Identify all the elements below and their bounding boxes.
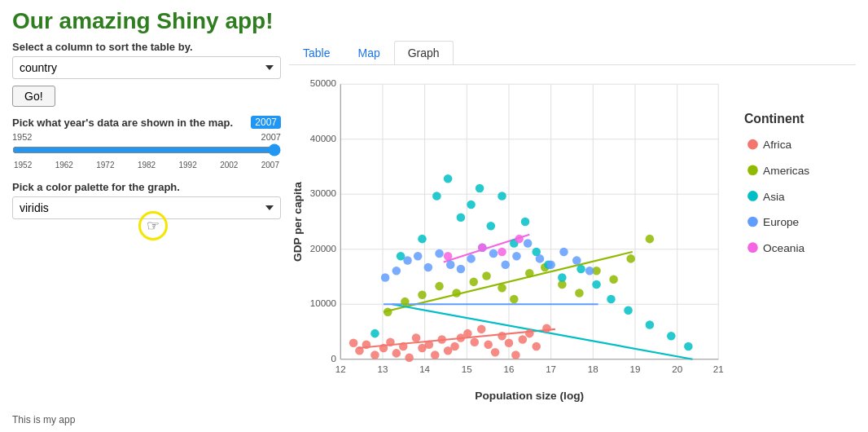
svg-point-111 xyxy=(424,263,433,272)
svg-point-83 xyxy=(626,254,635,263)
svg-point-103 xyxy=(624,306,633,315)
svg-point-108 xyxy=(392,267,401,276)
svg-point-46 xyxy=(399,342,408,351)
svg-point-64 xyxy=(519,335,528,344)
svg-point-72 xyxy=(452,289,461,298)
svg-point-44 xyxy=(386,337,395,346)
svg-point-80 xyxy=(575,289,584,298)
legend-oceania: Oceania xyxy=(763,242,804,254)
svg-point-125 xyxy=(585,267,594,276)
tab-table[interactable]: Table xyxy=(289,41,344,64)
svg-point-63 xyxy=(511,350,520,359)
tab-map[interactable]: Map xyxy=(344,41,393,64)
svg-point-59 xyxy=(484,341,493,350)
year-slider[interactable] xyxy=(12,143,281,156)
svg-point-61 xyxy=(498,332,506,341)
svg-point-45 xyxy=(392,349,401,358)
svg-point-82 xyxy=(609,275,618,284)
palette-select[interactable]: viridis magma plasma inferno cividis xyxy=(12,196,281,219)
svg-point-112 xyxy=(435,249,444,258)
svg-point-89 xyxy=(444,174,453,183)
svg-point-69 xyxy=(401,298,410,306)
svg-point-75 xyxy=(498,284,506,293)
svg-point-39 xyxy=(349,338,358,347)
footer-text: This is my app xyxy=(12,414,75,425)
svg-point-52 xyxy=(437,335,446,344)
svg-point-120 xyxy=(524,239,533,248)
svg-text:20: 20 xyxy=(672,364,682,374)
svg-point-124 xyxy=(572,256,581,265)
go-button[interactable]: Go! xyxy=(12,86,55,107)
svg-point-56 xyxy=(463,329,472,338)
legend-europe: Europe xyxy=(763,216,799,228)
svg-point-117 xyxy=(489,249,498,258)
tab-graph[interactable]: Graph xyxy=(394,41,454,64)
svg-point-92 xyxy=(476,184,484,193)
svg-point-101 xyxy=(592,280,601,289)
svg-text:13: 13 xyxy=(377,364,388,374)
svg-point-50 xyxy=(425,341,434,350)
svg-point-57 xyxy=(471,337,480,346)
legend-asia: Asia xyxy=(763,191,785,203)
svg-text:16: 16 xyxy=(504,364,515,374)
svg-text:17: 17 xyxy=(546,364,556,374)
svg-point-115 xyxy=(467,254,476,263)
svg-point-130 xyxy=(747,139,758,150)
svg-point-96 xyxy=(521,218,530,227)
svg-point-74 xyxy=(482,271,491,280)
svg-point-90 xyxy=(457,213,466,222)
tabs: Table Map Graph xyxy=(289,41,856,65)
svg-point-127 xyxy=(478,243,487,252)
svg-point-131 xyxy=(747,165,758,175)
svg-text:50000: 50000 xyxy=(310,77,336,88)
sort-select[interactable]: country year pop continent lifeExp gdpPe… xyxy=(12,56,281,79)
svg-point-121 xyxy=(536,254,545,263)
svg-point-42 xyxy=(370,350,379,359)
svg-text:30000: 30000 xyxy=(310,187,336,198)
svg-point-105 xyxy=(667,332,676,341)
svg-point-129 xyxy=(515,235,524,244)
year-badge: 2007 xyxy=(251,116,281,129)
svg-text:40000: 40000 xyxy=(310,133,336,143)
svg-point-71 xyxy=(435,282,444,291)
svg-point-60 xyxy=(491,348,500,357)
svg-point-47 xyxy=(405,353,414,362)
svg-text:21: 21 xyxy=(713,364,724,374)
legend-africa: Africa xyxy=(763,139,791,151)
svg-point-110 xyxy=(414,252,423,261)
svg-point-118 xyxy=(501,260,510,269)
svg-point-106 xyxy=(684,342,693,351)
svg-point-88 xyxy=(432,192,441,201)
svg-point-93 xyxy=(487,222,496,231)
svg-point-134 xyxy=(747,242,758,253)
svg-point-100 xyxy=(576,265,585,274)
svg-point-66 xyxy=(532,342,541,351)
svg-point-126 xyxy=(444,252,453,261)
svg-text:15: 15 xyxy=(462,364,472,374)
svg-point-67 xyxy=(542,324,551,333)
chart: 0 10000 20000 30000 40000 50000 12 13 14… xyxy=(289,70,856,408)
svg-point-94 xyxy=(498,192,506,201)
year-min: 1952 xyxy=(12,132,32,142)
sort-label: Select a column to sort the table by. xyxy=(12,41,281,53)
svg-point-91 xyxy=(467,201,476,209)
svg-point-122 xyxy=(546,260,555,269)
svg-text:0: 0 xyxy=(331,353,336,364)
svg-text:10000: 10000 xyxy=(310,298,336,308)
svg-point-107 xyxy=(381,273,390,282)
legend-title: Continent xyxy=(744,112,804,126)
svg-point-68 xyxy=(384,307,392,316)
svg-text:14: 14 xyxy=(419,364,430,374)
svg-point-48 xyxy=(412,333,421,342)
svg-point-99 xyxy=(558,273,567,282)
svg-point-54 xyxy=(450,342,459,351)
svg-text:18: 18 xyxy=(588,364,598,374)
y-axis-label: GDP per capita xyxy=(292,182,304,262)
svg-point-102 xyxy=(607,295,616,304)
svg-point-58 xyxy=(477,325,486,334)
svg-point-70 xyxy=(418,290,427,299)
svg-point-51 xyxy=(431,350,440,359)
svg-point-113 xyxy=(446,260,455,269)
svg-text:12: 12 xyxy=(335,364,346,374)
svg-point-40 xyxy=(355,346,364,355)
